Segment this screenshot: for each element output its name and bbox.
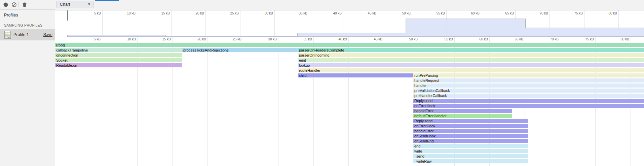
flame-frame[interactable]: callbackTrampoline	[55, 48, 182, 52]
flame-frame[interactable]: _send	[413, 154, 528, 158]
allocation-overview-timeline[interactable]: 5 kB10 kB15 kB20 kB25 kB30 kB35 kB40 kB4…	[55, 10, 644, 37]
flame-tick-label: 75 kB	[573, 37, 594, 41]
memory-profiler-panel: Chart ▼ Profiles SAMPLING PROFILES %	[0, 0, 644, 166]
flame-frame[interactable]: write_	[413, 149, 528, 153]
profile-name: Profile 1	[13, 32, 29, 37]
active-tab-accent	[95, 0, 119, 1]
flame-tick-label: 40 kB	[326, 37, 347, 41]
overview-area-chart	[55, 10, 644, 37]
profiler-toolbar: Chart ▼	[0, 0, 644, 10]
flame-gridline	[243, 37, 243, 166]
profiles-sidebar: Profiles SAMPLING PROFILES % Profile 1 S…	[0, 10, 55, 166]
clear-button[interactable]	[11, 2, 17, 7]
delete-profile-button[interactable]	[22, 2, 27, 7]
sidebar-title: Profiles	[4, 13, 18, 18]
flame-frame[interactable]: Reply.send	[413, 119, 528, 123]
flame-tick-label: 65 kB	[502, 37, 523, 41]
flame-tick-label: 30 kB	[256, 37, 277, 41]
allocation-flame-chart[interactable]: 5 kB10 kB15 kB20 kB25 kB30 kB35 kB40 kB4…	[55, 37, 644, 166]
flame-frame[interactable]: onconnection	[55, 53, 182, 57]
chevron-down-icon: ▼	[87, 2, 91, 6]
flame-tick-label: 70 kB	[538, 37, 559, 41]
flame-tick-label: 60 kB	[467, 37, 488, 41]
profile-list-item[interactable]: % Profile 1 Save	[0, 29, 55, 40]
view-mode-value: Chart	[60, 2, 70, 7]
flame-frame[interactable]: Reply.send	[413, 99, 644, 103]
profile-document-icon: %	[4, 31, 11, 40]
toolbar-pane-divider	[55, 0, 55, 9]
flame-frame[interactable]: handleError	[413, 109, 512, 113]
flame-tick-label: 25 kB	[221, 37, 241, 41]
flame-frame[interactable]: (root)	[55, 43, 644, 47]
flame-tick-label: 35 kB	[291, 37, 312, 41]
record-button[interactable]	[3, 2, 8, 7]
flame-frame[interactable]: Socket	[55, 58, 182, 62]
flame-frame[interactable]: Readable.on	[55, 63, 182, 67]
svg-text:%: %	[7, 36, 10, 39]
flame-tick-label: 20 kB	[185, 37, 206, 41]
sampling-profiles-heading: SAMPLING PROFILES	[4, 23, 42, 27]
flame-frame[interactable]: parserOnIncoming	[298, 53, 644, 57]
flame-frame[interactable]: onErrorHook	[413, 124, 528, 128]
flame-frame[interactable]: lookup	[298, 63, 644, 67]
flame-frame[interactable]: emit	[298, 58, 644, 62]
overview-left-handle[interactable]	[67, 10, 68, 21]
flame-gridline	[207, 37, 208, 166]
flame-gridline	[278, 37, 278, 166]
record-icon	[3, 2, 8, 7]
flame-frame[interactable]: preHandlerCallback	[413, 94, 644, 98]
clear-icon	[11, 2, 17, 7]
flame-tick-label: 5 kB	[80, 37, 101, 41]
flame-frame[interactable]: handleRequest	[413, 78, 644, 82]
flame-frame[interactable]: onErrorHook	[413, 104, 644, 108]
flame-frame[interactable]: onSendHook	[413, 134, 528, 138]
flame-tick-label: 10 kB	[115, 37, 136, 41]
flame-frame[interactable]: handler	[413, 84, 644, 88]
flame-frame[interactable]: child	[298, 73, 413, 77]
flame-frame[interactable]: preValidationCallback	[413, 89, 644, 93]
flame-frame[interactable]: defaultErrorHandler	[413, 114, 512, 118]
flame-tick-label: 15 kB	[150, 37, 171, 41]
flame-frame[interactable]: processTicksAndRejections	[182, 48, 298, 52]
flame-tick-label: 45 kB	[362, 37, 382, 41]
flame-tick-label: 80 kB	[608, 37, 629, 41]
flame-tick-label: 50 kB	[397, 37, 418, 41]
view-mode-select[interactable]: Chart ▼	[56, 1, 93, 8]
toolbar-separator	[18, 2, 19, 7]
flame-frame[interactable]: runPreParsing	[413, 73, 644, 77]
flame-frame[interactable]: handleError	[413, 129, 528, 133]
flame-frame[interactable]: parserOnHeadersComplete	[298, 48, 644, 52]
flame-frame[interactable]: _writeRaw	[413, 159, 528, 163]
flame-frame[interactable]: end	[413, 144, 528, 148]
flame-frame[interactable]: onSendEnd	[413, 139, 528, 143]
flame-frame[interactable]: routeHandler	[298, 68, 644, 72]
save-profile-link[interactable]: Save	[43, 32, 52, 37]
trash-icon	[22, 2, 27, 7]
flame-tick-label: 55 kB	[432, 37, 453, 41]
